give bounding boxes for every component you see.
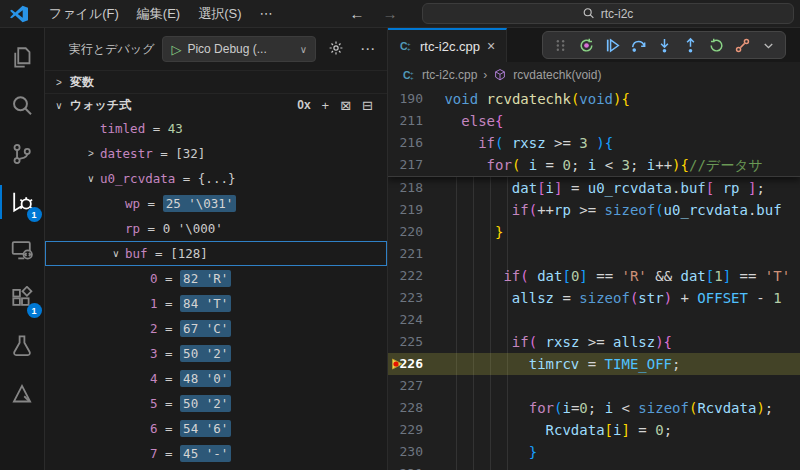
code-editor[interactable]: 190 void rcvdatechk(void){211 else{216 i… xyxy=(388,88,800,470)
current-execution-arrow-icon[interactable] xyxy=(390,356,406,372)
menu-more[interactable]: ⋯ xyxy=(251,3,282,24)
watch-variable-name: 2 xyxy=(150,321,158,336)
history-forward-icon[interactable]: → xyxy=(383,5,398,22)
collapse-all-icon[interactable]: ⊟ xyxy=(362,98,373,113)
code-line-228[interactable]: 228 for(i=0; i < sizeof(Rcvdata); xyxy=(388,397,800,419)
watch-row-6[interactable]: 6 = 54 '6' xyxy=(45,416,387,441)
watch-row-timled[interactable]: timled = 43 xyxy=(45,116,387,141)
line-number[interactable]: 231 xyxy=(388,463,436,470)
tab-rtc-i2c-cpp[interactable]: C++ rtc-i2c.cpp × xyxy=(388,28,507,62)
line-number[interactable]: 216 xyxy=(388,132,436,154)
line-number[interactable]: 220 xyxy=(388,221,436,243)
extensions-icon[interactable]: 1 xyxy=(0,274,45,322)
line-number[interactable]: 224 xyxy=(388,309,436,331)
watch-row-wp[interactable]: wp = 25 '\031' xyxy=(45,191,387,216)
breadcrumb-symbol[interactable]: rcvdatechk(void) xyxy=(513,68,601,82)
close-all-expressions-icon[interactable]: ⊠ xyxy=(340,98,351,113)
line-number[interactable]: 230 xyxy=(388,441,436,463)
breadcrumb-file[interactable]: rtc-i2c.cpp xyxy=(422,68,477,82)
watch-row-7[interactable]: 7 = 45 '-' xyxy=(45,441,387,466)
watch-variable-name: wp xyxy=(125,196,140,211)
line-number[interactable]: 217 xyxy=(388,154,436,176)
line-number[interactable]: 218 xyxy=(388,177,436,199)
code-line-226[interactable]: 226 timrcv = TIME_OFF; xyxy=(388,353,800,375)
debug-settings-gear-icon[interactable] xyxy=(324,40,348,59)
code-line-230[interactable]: 230 } xyxy=(388,441,800,463)
start-debug-icon[interactable]: ▷ xyxy=(171,42,181,57)
menu-edit[interactable]: 編集(E) xyxy=(128,2,189,26)
run-and-debug-icon[interactable]: 1 xyxy=(0,178,45,226)
hex-format-toggle[interactable]: 0x xyxy=(297,98,310,112)
search-icon xyxy=(582,7,595,20)
line-number[interactable]: 219 xyxy=(388,199,436,221)
line-number[interactable]: 221 xyxy=(388,243,436,265)
remote-explorer-icon[interactable] xyxy=(0,226,45,274)
watch-row-0[interactable]: 0 = 82 'R' xyxy=(45,266,387,291)
code-line-229[interactable]: 229 Rcvdata[i] = 0; xyxy=(388,419,800,441)
testing-icon[interactable] xyxy=(0,322,45,370)
code-line-231[interactable]: 231 xyxy=(388,463,800,470)
watch-variable-name: 6 xyxy=(150,421,158,436)
code-line-222[interactable]: 222 if( dat[0] == 'R' && dat[1] == 'T' xyxy=(388,265,800,287)
variables-section-header[interactable]: > 変数 xyxy=(45,70,387,93)
code-line-224[interactable]: 224 xyxy=(388,309,800,331)
line-number[interactable]: 222 xyxy=(388,265,436,287)
source-control-icon[interactable] xyxy=(0,130,45,178)
line-number[interactable]: 211 xyxy=(388,110,436,132)
line-number[interactable]: 223 xyxy=(388,287,436,309)
code-line-223[interactable]: 223 allsz = sizeof(str) + OFFSET - 1 xyxy=(388,287,800,309)
history-back-icon[interactable]: ← xyxy=(350,5,365,22)
code-line-217[interactable]: 217 for( i = 0; i < 3; i++){//データサ xyxy=(388,154,800,176)
watch-row-buf[interactable]: ∨buf = [128] xyxy=(45,241,387,266)
chevron-down-icon[interactable] xyxy=(757,34,779,56)
debug-config-dropdown[interactable]: ▷ Pico Debug (... ∨ xyxy=(162,36,316,62)
code-line-216[interactable]: 216 if( rxsz >= 3 ){ xyxy=(388,132,800,154)
add-expression-icon[interactable]: + xyxy=(322,98,330,113)
menu-selection[interactable]: 選択(S) xyxy=(189,2,250,26)
code-line-220[interactable]: 220 } xyxy=(388,221,800,243)
line-number[interactable]: 227 xyxy=(388,375,436,397)
watch-row-u0_rcvdata[interactable]: ∨u0_rcvdata = {...} xyxy=(45,166,387,191)
step-over-icon[interactable] xyxy=(627,34,649,56)
watch-row-2[interactable]: 2 = 67 'C' xyxy=(45,316,387,341)
watch-variable-value: [32] xyxy=(175,146,205,161)
code-line-211[interactable]: 211 else{ xyxy=(388,110,800,132)
watch-variable-name: datestr xyxy=(100,146,153,161)
line-number[interactable]: 225 xyxy=(388,331,436,353)
watch-row-3[interactable]: 3 = 50 '2' xyxy=(45,341,387,366)
cmake-tools-icon[interactable] xyxy=(0,370,45,418)
code-line-227[interactable]: 227 xyxy=(388,375,800,397)
reset-device-icon[interactable] xyxy=(575,34,597,56)
search-sidebar-icon[interactable] xyxy=(0,82,45,130)
more-actions-icon[interactable]: ⋯ xyxy=(356,40,379,58)
watch-row-5[interactable]: 5 = 50 '2' xyxy=(45,391,387,416)
symbol-method-icon xyxy=(493,68,507,83)
tree-chevron-icon[interactable]: ∨ xyxy=(82,173,100,184)
command-center-search[interactable]: rtc-i2c xyxy=(422,3,794,24)
disconnect-icon[interactable] xyxy=(731,34,753,56)
watch-section-header[interactable]: ∨ ウォッチ式 0x + ⊠ ⊟ xyxy=(45,93,387,116)
code-line-190[interactable]: 190 void rcvdatechk(void){ xyxy=(388,88,800,110)
line-number[interactable]: 228 xyxy=(388,397,436,419)
step-out-icon[interactable] xyxy=(679,34,701,56)
watch-row-datestr[interactable]: >datestr = [32] xyxy=(45,141,387,166)
code-line-225[interactable]: 225 if( rxsz >= allsz){ xyxy=(388,331,800,353)
drag-grip-icon[interactable] xyxy=(549,34,571,56)
code-line-221[interactable]: 221 xyxy=(388,243,800,265)
restart-icon[interactable] xyxy=(705,34,727,56)
debug-badge: 1 xyxy=(27,207,42,222)
menu-file[interactable]: ファイル(F) xyxy=(40,2,128,26)
line-number[interactable]: 229 xyxy=(388,419,436,441)
tree-chevron-icon[interactable]: ∨ xyxy=(107,248,125,259)
code-line-218[interactable]: 218 dat[i] = u0_rcvdata.buf[ rp ]; xyxy=(388,177,800,199)
watch-row-1[interactable]: 1 = 84 'T' xyxy=(45,291,387,316)
watch-row-4[interactable]: 4 = 48 '0' xyxy=(45,366,387,391)
code-line-219[interactable]: 219 if(++rp >= sizeof(u0_rcvdata.buf xyxy=(388,199,800,221)
watch-row-rp[interactable]: rp = 0 '\000' xyxy=(45,216,387,241)
explorer-icon[interactable] xyxy=(0,34,45,82)
tree-chevron-icon[interactable]: > xyxy=(82,148,100,159)
close-tab-icon[interactable]: × xyxy=(487,38,495,54)
continue-icon[interactable] xyxy=(601,34,623,56)
step-into-icon[interactable] xyxy=(653,34,675,56)
line-number[interactable]: 190 xyxy=(388,88,436,110)
